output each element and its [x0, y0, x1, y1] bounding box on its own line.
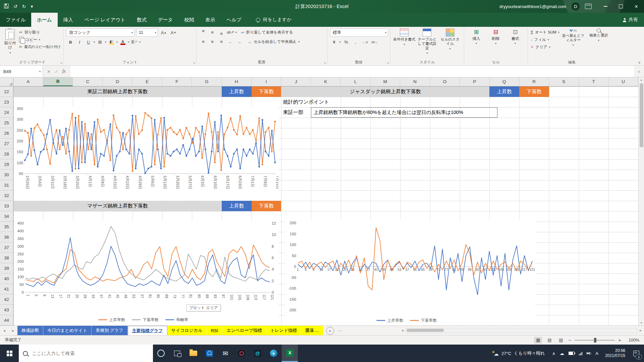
section3-up-cell[interactable]: 上昇数	[222, 201, 252, 211]
scroll-left-icon[interactable]: ◄	[399, 329, 406, 332]
row-header-27[interactable]: 27	[0, 138, 13, 149]
align-bottom-icon[interactable]: ≡	[217, 28, 225, 36]
find-select-button[interactable]: 検索と選択▾	[587, 28, 610, 51]
row-header-26[interactable]: 26	[0, 128, 13, 138]
column-header-F[interactable]: F	[162, 77, 192, 86]
column-header-E[interactable]: E	[132, 77, 162, 86]
zoom-level[interactable]: 100%	[625, 338, 639, 343]
row-header-38[interactable]: 38	[0, 253, 13, 263]
font-size-combo[interactable]: 11▾	[136, 28, 158, 37]
taskbar-search-input[interactable]	[31, 350, 149, 356]
redo-icon[interactable]: ↻	[22, 4, 26, 9]
percent-style-icon[interactable]: %	[342, 38, 350, 46]
sheet-tab-6[interactable]: エンベロープ指標	[222, 326, 266, 335]
section3-title-cell[interactable]: マザーズ銘柄上昇数下落数	[13, 201, 222, 211]
sheet-tab-0[interactable]: 株価診断	[17, 326, 43, 335]
chart-mothers-advance-decline[interactable]: 0501001502002503003504004500246810121591…	[15, 221, 278, 324]
formula-input[interactable]	[70, 66, 634, 77]
taskbar-clock[interactable]: 20:56 2021/07/15	[602, 348, 629, 358]
enter-formula-icon[interactable]: ✓	[55, 69, 58, 74]
column-header-D[interactable]: D	[103, 77, 132, 86]
insert-function-icon[interactable]: fx	[62, 69, 66, 74]
zoom-slider[interactable]	[575, 340, 615, 341]
column-header-Q[interactable]: Q	[490, 77, 520, 86]
column-header-G[interactable]: G	[192, 77, 222, 86]
delete-cells-button[interactable]: ⊟ 削除▾	[486, 28, 505, 45]
zoom-slider-thumb[interactable]	[594, 338, 596, 343]
merge-center-button[interactable]: ↔セルを結合して中央揃え▾	[248, 38, 300, 46]
section1-title-cell[interactable]: 東証二部銘柄上昇数下落数	[13, 86, 222, 97]
font-color-icon[interactable]: A	[119, 38, 127, 46]
horizontal-scroll-thumb[interactable]	[407, 329, 444, 332]
sort-filter-button[interactable]: A↓ 並べ替えとフィルター▾	[561, 28, 585, 51]
store-button[interactable]	[201, 345, 217, 362]
row-header-35[interactable]: 35	[0, 222, 13, 232]
start-button[interactable]	[0, 345, 19, 362]
red-app-button[interactable]	[233, 345, 250, 362]
font-dialog-launcher-icon[interactable]: ↘	[193, 61, 195, 64]
tab-insert[interactable]: 挿入	[58, 13, 79, 27]
row-header-29[interactable]: 29	[0, 159, 13, 170]
row-header-22[interactable]: 22	[0, 86, 13, 97]
row-header-39[interactable]: 39	[0, 263, 13, 274]
copy-button[interactable]: コピー▾	[19, 36, 61, 43]
avatar[interactable]: D	[571, 2, 580, 11]
section2-up-cell[interactable]: 上昇数	[489, 86, 519, 97]
volume-icon[interactable]: )	[587, 352, 591, 355]
align-top-icon[interactable]: ≡	[199, 28, 207, 36]
tab-review[interactable]: 校閲	[178, 13, 200, 27]
spreadsheet-grid[interactable]: 東証二部銘柄上昇数下落数 上昇数 下落数 ジャスダック銘柄上昇数下落数 上昇数 …	[13, 86, 638, 325]
tab-home[interactable]: ホーム	[31, 13, 57, 27]
sheet-tab-5[interactable]: RSI	[207, 326, 223, 335]
increase-decimal-icon[interactable]: ←.0	[361, 38, 369, 46]
column-header-L[interactable]: L	[341, 77, 371, 86]
row-header-34[interactable]: 34	[0, 211, 13, 222]
expand-formula-bar-icon[interactable]: ∨	[634, 66, 644, 77]
maximize-button[interactable]	[613, 0, 629, 13]
sheet-tab-1[interactable]: 今日のまとめサイト	[43, 326, 92, 335]
cell-styles-button[interactable]: セルのスタイル▾	[439, 28, 461, 55]
row-header-42[interactable]: 42	[0, 294, 13, 305]
section3-down-cell[interactable]: 下落数	[252, 201, 281, 211]
format-cells-button[interactable]: ⊡ 書式▾	[506, 28, 525, 45]
sheet-tab-2[interactable]: 業種別 グラフ	[92, 326, 128, 335]
tab-page-layout[interactable]: ページ レイアウト	[79, 13, 131, 27]
row-header-25[interactable]: 25	[0, 118, 13, 128]
sheet-tab-3[interactable]: 主要指標グラフ	[128, 326, 167, 335]
underline-caret-icon[interactable]: ▾	[94, 41, 95, 44]
column-header-B[interactable]: B	[43, 77, 73, 86]
row-header-28[interactable]: 28	[0, 149, 13, 159]
note-text-cell[interactable]: 上昇銘柄数下降銘柄数が80%を超えた場合には翌日の反転率は100%	[311, 107, 497, 118]
borders-icon[interactable]: ⊞	[96, 38, 104, 46]
section2-down-cell[interactable]: 下落数	[519, 86, 549, 97]
collapse-ribbon-icon[interactable]: ∨	[638, 61, 641, 64]
row-header-32[interactable]: 32	[0, 190, 13, 201]
weather-widget[interactable]: ☀☁ 27°C くもり時々晴れ	[487, 350, 549, 356]
note-label-cell[interactable]: 東証一部	[283, 107, 303, 118]
column-header-P[interactable]: P	[460, 77, 490, 86]
tab-file[interactable]: ファイル	[0, 13, 31, 27]
column-header-M[interactable]: M	[371, 77, 400, 86]
tab-data[interactable]: データ	[152, 13, 178, 27]
row-header-36[interactable]: 36	[0, 232, 13, 242]
increase-font-icon[interactable]: A▲	[160, 29, 168, 37]
number-dialog-launcher-icon[interactable]: ↘	[386, 61, 389, 64]
file-explorer-button[interactable]	[185, 345, 201, 362]
autosum-button[interactable]: Σオート SUM▾	[531, 28, 559, 36]
tab-view[interactable]: 表示	[200, 13, 221, 27]
column-header-J[interactable]: J	[281, 77, 311, 86]
row-header-44[interactable]: 44	[0, 315, 13, 325]
normal-view-button[interactable]: ▦	[534, 337, 542, 344]
clipboard-dialog-launcher-icon[interactable]: ↘	[60, 61, 62, 64]
zoom-in-button[interactable]: +	[618, 337, 621, 343]
increase-indent-icon[interactable]: →	[235, 38, 244, 46]
hidden-icons-chevron[interactable]: ∧	[552, 351, 555, 356]
number-format-combo[interactable]: 標準▾	[330, 28, 388, 37]
share-button[interactable]: 共有	[617, 13, 644, 27]
customize-qat-icon[interactable]: ▾	[31, 4, 33, 9]
font-name-combo[interactable]: 游ゴシック▾	[66, 28, 135, 37]
ribbon-display-options-icon[interactable]	[585, 4, 592, 9]
chart-tse2-advance-decline[interactable]: 501001502002503003502月25日3月4日3月11日3月18日3…	[15, 107, 278, 199]
select-all-corner[interactable]	[0, 77, 13, 86]
column-header-H[interactable]: H	[222, 77, 252, 86]
